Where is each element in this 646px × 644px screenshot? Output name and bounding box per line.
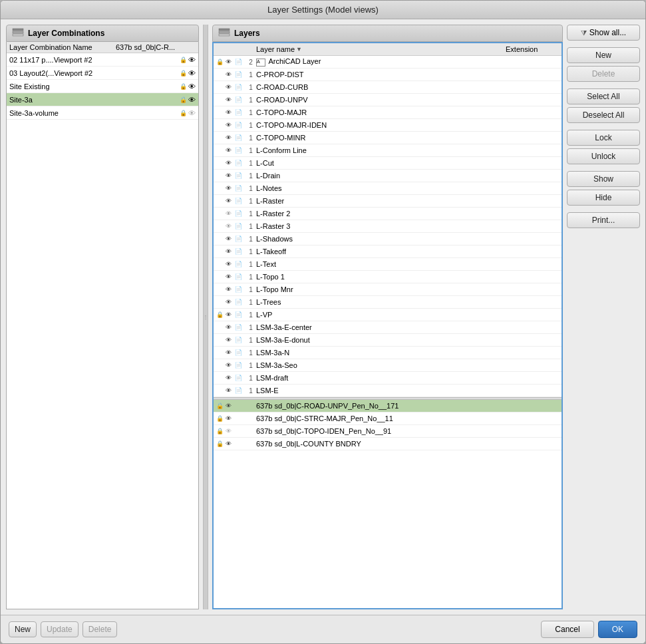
layers-panel-title: Layers <box>234 29 260 38</box>
layer-row[interactable]: 🔒 👁 📄 1 LSM-3a-E-donut <box>214 334 562 347</box>
funnel-icon: ⧩ <box>581 29 587 37</box>
new-combination-button[interactable]: New <box>9 621 37 637</box>
layer-row[interactable]: 🔒 👁 📄 1 LSM-draft <box>214 372 562 385</box>
right-area: Layers Layer name ▼ Extension <box>212 25 640 609</box>
layer-row[interactable]: 🔒 👁 📄 1 L-Raster 3 <box>214 220 562 233</box>
page-icon: 📄 <box>235 236 245 242</box>
layer-row[interactable]: 🔒 👁 📄 1 LSM-E <box>214 385 562 397</box>
eye-icon: 👁 <box>226 324 235 331</box>
layer-row[interactable]: 🔒 👁 📄 1 L-Raster <box>214 195 562 208</box>
layer-row[interactable]: 🔒 👁 📄 1 L-Drain <box>214 170 562 182</box>
layer-row[interactable]: 🔒 👁 📄 1 L-Shadows <box>214 233 562 245</box>
layer-row[interactable]: 🔒 👁 📄 1 LSM-3a-E-center <box>214 321 562 334</box>
svg-rect-0 <box>13 29 23 31</box>
page-icon: 📄 <box>235 375 245 381</box>
lock-icon: 🔒 <box>180 70 187 77</box>
layers-table: Layer name ▼ Extension 🔒 👁 📄 2 <box>212 42 563 609</box>
page-icon: 📄 <box>235 160 245 166</box>
lock-icon: 🔒 <box>180 83 187 90</box>
layer-row[interactable]: 🔒 👁 📄 1 L-Trees <box>214 296 562 309</box>
layer-row[interactable]: 🔒 👁 📄 1 C-TOPO-MAJR-IDEN <box>214 119 562 132</box>
buttons-panel: ⧩ Show all... New Delete Select All Dese… <box>567 25 640 609</box>
lock-red-icon: 🔒 <box>216 415 226 422</box>
lc-row[interactable]: Site-3a-volume 🔒 👁 <box>7 106 198 120</box>
layer-row[interactable]: 🔒 👁 📄 2 A ArchiCAD Layer <box>214 56 562 69</box>
deselect-all-button[interactable]: Deselect All <box>567 107 640 123</box>
lc-row[interactable]: 02 11x17 p....Viewport #2 🔒 👁 <box>7 53 198 67</box>
layer-row-locked[interactable]: 🔒 👁 637b sd_0b|C-STRC-MAJR_Pen_No__11 <box>214 412 562 425</box>
layer-row[interactable]: 🔒 👁 📄 1 L-Takeoff <box>214 245 562 258</box>
layer-row[interactable]: 🔒 👁 📄 1 L-Cut <box>214 157 562 170</box>
layer-row[interactable]: 🔒 👁 📄 1 C-TOPO-MINR <box>214 132 562 144</box>
page-icon: 📄 <box>235 286 245 293</box>
delete-layer-button[interactable]: Delete <box>567 66 640 82</box>
lock-red-icon: 🔒 <box>216 428 226 434</box>
layer-row-locked[interactable]: 🔒 👁 637b sd_0b|C-TOPO-IDEN_Pen_No__91 <box>214 425 562 438</box>
lock-red-icon: 🔒 <box>216 440 226 447</box>
page-icon: 📄 <box>235 71 245 78</box>
panel-divider[interactable]: ⋮ <box>203 25 208 609</box>
lock-placeholder-icon: 🔒 <box>216 59 226 65</box>
svg-rect-1 <box>13 31 23 33</box>
layers-table-header: Layer name ▼ Extension <box>214 43 562 56</box>
left-panel-header: Layer Combinations <box>6 25 199 42</box>
eye-icon: 👁 <box>226 122 235 128</box>
page-icon: 📄 <box>235 109 245 116</box>
print-button[interactable]: Print... <box>567 212 640 228</box>
eye-icon: 👁 <box>226 286 235 293</box>
layer-combinations-list: Layer Combination Name 637b sd_0b|C-R...… <box>6 42 199 609</box>
lock-button[interactable]: Lock <box>567 130 640 146</box>
svg-rect-5 <box>219 34 230 36</box>
layer-row[interactable]: 🔒 👁 📄 1 L-VP <box>214 309 562 321</box>
page-icon: 📄 <box>235 134 245 141</box>
bottom-right-buttons: Cancel OK <box>541 621 637 638</box>
layer-row[interactable]: 🔒 👁 📄 1 L-Conform Line <box>214 144 562 157</box>
eye-icon: 👁 <box>188 96 196 104</box>
layer-row[interactable]: 🔒 👁 📄 1 L-Topo Mnr <box>214 283 562 296</box>
new-layer-button[interactable]: New <box>567 47 640 63</box>
eye-icon: 👁 <box>226 311 235 318</box>
ok-button[interactable]: OK <box>598 621 637 638</box>
show-all-button[interactable]: ⧩ Show all... <box>567 25 640 41</box>
lc-row[interactable]: Site Existing 🔒 👁 <box>7 80 198 93</box>
cancel-button[interactable]: Cancel <box>541 621 593 638</box>
eye-icon: 👁 <box>226 84 235 90</box>
page-icon: 📄 <box>235 337 245 343</box>
eye-icon: 👁 <box>226 337 235 343</box>
eye-icon: 👁 <box>226 185 235 192</box>
print-group: Print... <box>567 212 640 228</box>
update-button[interactable]: Update <box>41 621 79 637</box>
page-icon: 📄 <box>235 324 245 331</box>
col-ext-header: Extension <box>506 45 559 53</box>
hide-button[interactable]: Hide <box>567 190 640 206</box>
layer-combinations-icon <box>12 28 24 39</box>
layer-row[interactable]: 🔒 👁 📄 1 L-Text <box>214 258 562 271</box>
page-icon: 📄 <box>235 59 245 65</box>
svg-rect-4 <box>219 31 230 33</box>
eye-icon: 👁 <box>188 56 196 64</box>
layer-row[interactable]: 🔒 👁 📄 1 L-Notes <box>214 182 562 195</box>
layer-row-locked[interactable]: 🔒 👁 637b sd_0b|C-ROAD-UNPV_Pen_No__171 <box>214 400 562 412</box>
page-icon: 📄 <box>235 299 245 305</box>
page-icon: 📄 <box>235 185 245 192</box>
unlock-button[interactable]: Unlock <box>567 148 640 164</box>
layer-row[interactable]: 🔒 👁 📄 1 C-ROAD-UNPV <box>214 94 562 106</box>
layer-row[interactable]: 🔒 👁 📄 1 LSM-3a-N <box>214 347 562 359</box>
eye-closed-icon: 👁 <box>188 109 196 117</box>
layer-row[interactable]: 🔒 👁 📄 1 C-ROAD-CURB <box>214 81 562 94</box>
layer-row[interactable]: 🔒 👁 📄 1 C-TOPO-MAJR <box>214 106 562 119</box>
layer-row[interactable]: 🔒 👁 📄 1 LSM-3a-Seo <box>214 359 562 372</box>
show-button[interactable]: Show <box>567 171 640 187</box>
layer-row[interactable]: 🔒 👁 📄 1 L-Topo 1 <box>214 271 562 283</box>
lc-row[interactable]: 03 Layout2(...Viewport #2 🔒 👁 <box>7 67 198 80</box>
select-all-button[interactable]: Select All <box>567 88 640 104</box>
delete-combination-button[interactable]: Delete <box>82 621 118 637</box>
layer-row[interactable]: 🔒 👁 📄 1 C-PROP-DIST <box>214 69 562 81</box>
eye-icon: 👁 <box>226 147 235 154</box>
layer-row-locked[interactable]: 🔒 👁 637b sd_0b|L-COUNTY BNDRY <box>214 438 562 450</box>
lc-row[interactable]: Site-3a 🔒 👁 <box>7 93 198 106</box>
layer-row[interactable]: 🔒 👁 📄 1 L-Raster 2 <box>214 208 562 220</box>
eye-icon: 👁 <box>226 349 235 356</box>
layers-scroll-area[interactable]: 🔒 👁 📄 2 A ArchiCAD Layer <box>214 56 562 608</box>
col-name-header[interactable]: Layer name ▼ <box>256 45 506 53</box>
